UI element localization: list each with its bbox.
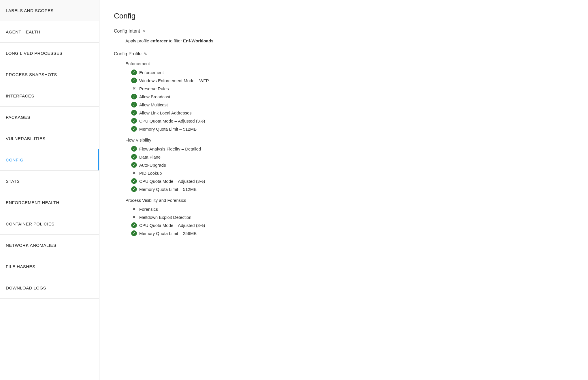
sidebar-item-label: LABELS AND SCOPES: [6, 8, 54, 13]
config-item-text: CPU Quota Mode – Adjusted (3%): [139, 118, 205, 123]
check-icon: ✓: [131, 69, 137, 75]
sidebar-item-label: STATS: [6, 179, 20, 184]
config-item-text: Allow Link Local Addresses: [139, 110, 192, 115]
section-label-enforcement: Enforcement: [125, 61, 574, 66]
sidebar-item-label: NETWORK ANOMALIES: [6, 243, 56, 248]
config-item: ✓Memory Quota Limit – 512MB: [131, 185, 574, 193]
x-icon: ✕: [131, 214, 137, 220]
config-item-text: Windows Enforcement Mode – WFP: [139, 78, 209, 83]
config-item: ✓Allow Multicast: [131, 101, 574, 109]
sidebar: LABELS AND SCOPESAGENT HEALTHLONG LIVED …: [0, 0, 99, 380]
config-item-text: Allow Multicast: [139, 102, 168, 107]
check-icon: ✓: [131, 162, 137, 168]
intent-profile: enforcer: [150, 38, 168, 43]
sidebar-item-packages[interactable]: PACKAGES: [0, 107, 99, 128]
config-item-text: PID Lookup: [139, 171, 162, 176]
config-item: ✓Allow Broadcast: [131, 93, 574, 101]
config-item-text: Allow Broadcast: [139, 94, 170, 99]
sidebar-item-vulnerabilities[interactable]: VULNERABILITIES: [0, 128, 99, 149]
config-item-text: CPU Quota Mode – Adjusted (3%): [139, 223, 205, 228]
sidebar-item-label: AGENT HEALTH: [6, 29, 40, 34]
sidebar-item-label: VULNERABILITIES: [6, 136, 46, 141]
sidebar-item-file-hashes[interactable]: FILE HASHES: [0, 256, 99, 277]
config-item-text: Memory Quota Limit – 256MB: [139, 231, 197, 236]
intent-prefix: Apply profile: [125, 38, 150, 43]
sidebar-item-label: PACKAGES: [6, 115, 30, 120]
sidebar-item-process-snapshots[interactable]: PROCESS SNAPSHOTS: [0, 64, 99, 85]
config-profile-edit-icon[interactable]: ✎: [144, 52, 147, 56]
check-icon: ✓: [131, 186, 137, 192]
config-item: ✓Memory Quota Limit – 512MB: [131, 125, 574, 133]
check-icon: ✓: [131, 118, 137, 124]
config-item: ✓Windows Enforcement Mode – WFP: [131, 76, 574, 84]
sidebar-item-enforcement-health[interactable]: ENFORCEMENT HEALTH: [0, 192, 99, 213]
config-item-text: Forensics: [139, 207, 158, 212]
x-icon: ✕: [131, 206, 137, 212]
check-icon: ✓: [131, 102, 137, 108]
config-profile-header: Config Profile ✎: [114, 51, 574, 57]
sidebar-item-config[interactable]: CONFIG: [0, 149, 99, 171]
check-icon: ✓: [131, 78, 137, 83]
check-icon: ✓: [131, 154, 137, 160]
config-intent-label: Config Intent: [114, 29, 140, 34]
sidebar-item-label: DOWNLOAD LOGS: [6, 285, 46, 290]
check-icon: ✓: [131, 222, 137, 228]
config-item: ✓CPU Quota Mode – Adjusted (3%): [131, 177, 574, 185]
config-item: ✓Enforcement: [131, 68, 574, 76]
config-item-text: Auto-Upgrade: [139, 163, 166, 168]
x-icon: ✕: [131, 86, 137, 91]
check-icon: ✓: [131, 94, 137, 99]
config-item: ✓Data Plane: [131, 153, 574, 161]
section-label-flow-visibility: Flow Visibility: [125, 138, 574, 142]
section-label-process-visibility: Process Visibility and Forensics: [125, 198, 574, 203]
config-item-text: Flow Analysis Fidelity – Detailed: [139, 146, 201, 151]
config-item-text: Preserve Rules: [139, 86, 169, 91]
config-item: ✓Memory Quota Limit – 256MB: [131, 229, 574, 237]
config-item: ✕PID Lookup: [131, 169, 574, 177]
sidebar-item-download-logs[interactable]: DOWNLOAD LOGS: [0, 277, 99, 299]
config-item: ✓CPU Quota Mode – Adjusted (3%): [131, 117, 574, 125]
config-profile-label: Config Profile: [114, 51, 142, 57]
main-content: Config Config Intent ✎ Apply profile enf…: [99, 0, 588, 380]
config-item: ✕Forensics: [131, 205, 574, 213]
intent-middle: to filter: [168, 38, 183, 43]
check-icon: ✓: [131, 126, 137, 132]
config-item: ✓Auto-Upgrade: [131, 161, 574, 169]
check-icon: ✓: [131, 146, 137, 152]
config-item-text: Meltdown Exploit Detection: [139, 215, 191, 220]
config-item-text: Memory Quota Limit – 512MB: [139, 127, 197, 131]
config-item: ✓Allow Link Local Addresses: [131, 109, 574, 117]
sidebar-item-label: CONTAINER POLICIES: [6, 221, 54, 226]
sidebar-item-labels-and-scopes[interactable]: LABELS AND SCOPES: [0, 0, 99, 21]
config-profile-section: Config Profile ✎ Enforcement✓Enforcement…: [114, 51, 574, 237]
config-item: ✓Flow Analysis Fidelity – Detailed: [131, 145, 574, 153]
sidebar-item-long-lived-processes[interactable]: LONG LIVED PROCESSES: [0, 43, 99, 64]
page-title: Config: [114, 12, 574, 20]
config-intent-edit-icon[interactable]: ✎: [142, 29, 146, 33]
intent-filter: Enf-Workloads: [183, 38, 214, 43]
config-item-text: Memory Quota Limit – 512MB: [139, 187, 197, 192]
check-icon: ✓: [131, 230, 137, 236]
check-icon: ✓: [131, 110, 137, 116]
sidebar-item-label: ENFORCEMENT HEALTH: [6, 200, 59, 205]
config-item: ✕Meltdown Exploit Detection: [131, 213, 574, 221]
sidebar-item-agent-health[interactable]: AGENT HEALTH: [0, 21, 99, 43]
config-item: ✕Preserve Rules: [131, 84, 574, 93]
sidebar-item-label: LONG LIVED PROCESSES: [6, 51, 63, 56]
sidebar-item-stats[interactable]: STATS: [0, 171, 99, 192]
sidebar-item-container-policies[interactable]: CONTAINER POLICIES: [0, 213, 99, 235]
sidebar-item-label: FILE HASHES: [6, 264, 35, 269]
sidebar-item-network-anomalies[interactable]: NETWORK ANOMALIES: [0, 235, 99, 256]
sidebar-item-label: PROCESS SNAPSHOTS: [6, 72, 57, 77]
intent-text: Apply profile enforcer to filter Enf-Wor…: [125, 38, 574, 43]
config-item-text: Enforcement: [139, 70, 164, 75]
config-intent-header: Config Intent ✎: [114, 29, 574, 34]
config-item: ✓CPU Quota Mode – Adjusted (3%): [131, 221, 574, 229]
config-item-text: CPU Quota Mode – Adjusted (3%): [139, 179, 205, 184]
check-icon: ✓: [131, 178, 137, 184]
config-item-text: Data Plane: [139, 155, 161, 159]
x-icon: ✕: [131, 170, 137, 176]
sidebar-item-label: CONFIG: [6, 157, 23, 162]
profile-sections: Enforcement✓Enforcement✓Windows Enforcem…: [114, 61, 574, 237]
sidebar-item-interfaces[interactable]: INTERFACES: [0, 85, 99, 107]
